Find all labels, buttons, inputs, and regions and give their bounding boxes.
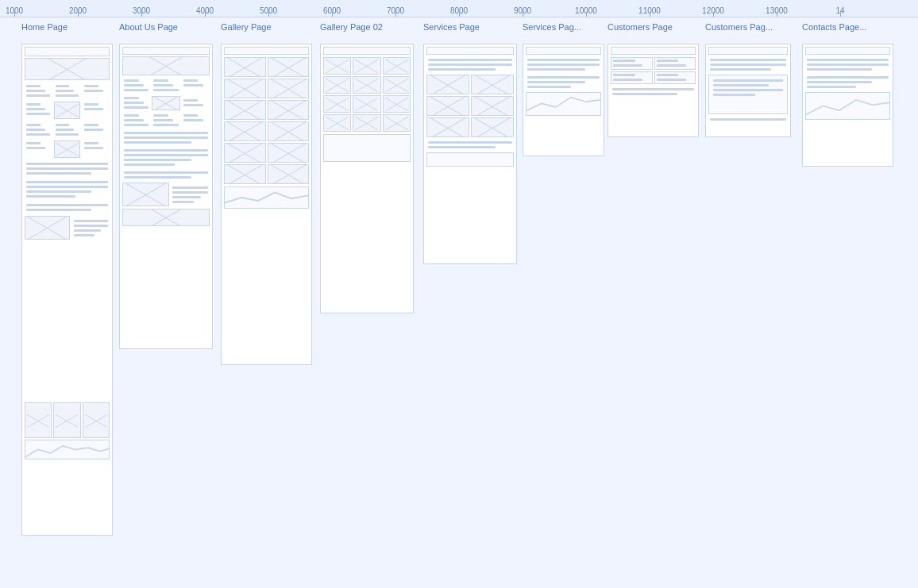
- about-text-1: [122, 130, 210, 145]
- customers2-content: [708, 75, 788, 114]
- contacts-text-2: [805, 75, 890, 90]
- gallery-grid-1: [224, 57, 309, 184]
- services-img: [426, 117, 469, 137]
- customers-block: [654, 71, 696, 84]
- main-container[interactable]: 1000 2000 3000 4000 5000 6000 7000 8000 …: [0, 0, 918, 588]
- about-bottom-img: [122, 183, 169, 206]
- gallery2-img: [323, 114, 351, 132]
- gallery2-img: [383, 95, 411, 113]
- about-text-2: [122, 148, 210, 167]
- customers2-page-label: Customers Pag...: [705, 22, 773, 32]
- home-img-2: [54, 102, 81, 119]
- footer-img-2: [53, 402, 80, 438]
- gallery2-img: [323, 76, 351, 94]
- gallery-img: [268, 164, 310, 184]
- services-img: [471, 96, 514, 116]
- gallery2-footer: [323, 134, 411, 162]
- gallery2-img: [353, 95, 380, 113]
- about-row-2: [122, 95, 210, 110]
- customers-block: [611, 57, 653, 70]
- services-bottom-text: [426, 140, 514, 150]
- home-text-block: [25, 161, 110, 176]
- services-img: [426, 75, 469, 94]
- services-img: [426, 96, 469, 116]
- home-bottom-section: [25, 216, 110, 240]
- gallery-img: [224, 121, 266, 141]
- gallery2-img: [353, 57, 380, 75]
- services-page-label: Services Page: [423, 22, 480, 32]
- contacts-page-frame: [802, 44, 893, 167]
- gallery-img: [224, 143, 266, 163]
- gallery2-img: [383, 114, 411, 132]
- gallery2-img: [353, 114, 380, 132]
- canvas: 1000 2000 3000 4000 5000 6000 7000 8000 …: [0, 0, 918, 588]
- gallery2-img: [323, 57, 351, 75]
- customers2-footer: [708, 117, 788, 122]
- gallery-img: [268, 57, 310, 77]
- home-text-block-3: [25, 202, 110, 213]
- gallery-footer-chart: [224, 186, 309, 209]
- contacts-text: [805, 57, 890, 72]
- gallery-img: [224, 57, 266, 77]
- gallery2-img: [383, 57, 411, 75]
- about-row-1: [122, 78, 210, 93]
- contacts-chart: [805, 92, 890, 120]
- gallery-img: [268, 79, 310, 98]
- services2-page-frame: [523, 44, 604, 156]
- gallery-img: [268, 143, 310, 163]
- customers-page-frame: [608, 44, 699, 137]
- gallery2-page-label: Gallery Page 02: [320, 22, 383, 32]
- services2-text-2: [526, 75, 601, 90]
- gallery-page-frame: [221, 44, 312, 365]
- about-row-3: [122, 113, 210, 128]
- home-hero-img: [25, 58, 110, 80]
- about-img: [152, 96, 179, 110]
- about-page-label: About Us Page: [119, 22, 178, 32]
- customers2-text: [708, 57, 788, 72]
- about-footer: [122, 209, 210, 226]
- services-page-frame: [423, 44, 517, 264]
- services-img: [471, 117, 514, 137]
- home-page-frame: [21, 44, 113, 536]
- customers2-page-frame: [705, 44, 791, 137]
- home-page-label: Home Page: [21, 22, 68, 32]
- gallery2-img: [353, 76, 380, 94]
- services-img: [471, 75, 514, 94]
- home-img-4: [54, 140, 81, 158]
- footer-img-3: [83, 402, 110, 438]
- ruler: 1000 2000 3000 4000 5000 6000 7000 8000 …: [0, 0, 918, 17]
- about-hero: [122, 56, 210, 75]
- customers-grid: [611, 57, 696, 84]
- gallery-img: [224, 79, 266, 98]
- customers-text: [611, 86, 696, 97]
- customers-page-label: Customers Page: [608, 22, 673, 32]
- gallery-img: [268, 121, 310, 141]
- home-section-4: [25, 140, 110, 158]
- gallery-img: [224, 100, 266, 120]
- home-section-2: [25, 102, 110, 119]
- home-text-block-2: [25, 179, 110, 199]
- gallery2-page-frame: [320, 44, 414, 313]
- services-grid: [426, 75, 514, 137]
- services-footer: [426, 152, 514, 167]
- services2-chart: [526, 92, 601, 116]
- gallery2-img: [323, 95, 351, 113]
- gallery2-grid: [323, 57, 411, 132]
- gallery-page-label: Gallery Page: [221, 22, 272, 32]
- contacts-page-label: Contacts Page...: [802, 22, 866, 32]
- home-footer-gallery: [25, 402, 110, 459]
- home-section-1: [25, 83, 110, 98]
- customers-block: [654, 57, 696, 70]
- home-bottom-img: [25, 216, 70, 240]
- home-footer-chart: [25, 440, 110, 459]
- gallery2-img: [383, 76, 411, 94]
- services2-text: [526, 57, 601, 72]
- gallery-img: [268, 100, 310, 120]
- footer-img-1: [25, 402, 52, 438]
- services2-page-label: Services Pag...: [523, 22, 581, 32]
- gallery-img: [224, 164, 266, 184]
- about-text-3: [122, 170, 210, 180]
- about-bottom: [122, 183, 210, 206]
- canvas-area: Home Page: [0, 17, 918, 588]
- customers-block: [611, 71, 653, 84]
